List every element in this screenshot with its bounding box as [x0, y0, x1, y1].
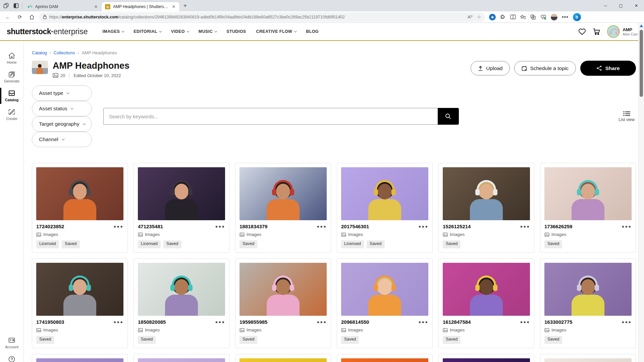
more-options-icon[interactable]: ●●● — [113, 320, 123, 324]
upload-button[interactable]: Upload — [471, 61, 510, 75]
minimize-button[interactable]: ─ — [598, 0, 613, 11]
search-button[interactable] — [438, 108, 459, 125]
more-options-icon[interactable]: ●●● — [317, 320, 327, 324]
scrollbar[interactable] — [638, 23, 644, 362]
copy-add-icon[interactable] — [530, 14, 536, 20]
asset-card[interactable]: 1633002775 ●●● Images Saved — [540, 258, 636, 348]
more-options-icon[interactable]: ●●● — [418, 225, 428, 228]
asset-card[interactable]: 1612847584 ●●● Images Saved — [438, 258, 534, 348]
asset-thumbnail[interactable] — [239, 167, 327, 220]
asset-card[interactable]: 1881834379 ●●● Images Saved — [235, 163, 331, 253]
search-input[interactable] — [103, 108, 438, 125]
asset-card[interactable]: ●●● — [235, 354, 331, 362]
asset-thumbnail[interactable] — [341, 263, 428, 316]
nav-item-video[interactable]: VIDEO — [171, 29, 189, 34]
more-options-icon[interactable]: ●●● — [317, 225, 327, 228]
asset-card[interactable]: 1526125214 ●●● Images Saved — [438, 163, 534, 253]
nav-item-editorial[interactable]: EDITORIAL — [133, 29, 161, 34]
asset-card[interactable]: 1741950803 ●●● Images Saved — [32, 258, 128, 348]
scrollbar-thumb[interactable] — [640, 30, 643, 97]
sidebar-item-account[interactable]: Account — [0, 334, 23, 352]
sidebar-item-help[interactable]: Help — [0, 352, 23, 362]
close-tab-icon[interactable]: ✕ — [93, 4, 99, 9]
asset-card[interactable]: ●●● — [32, 354, 128, 362]
asset-thumbnail[interactable] — [341, 358, 428, 362]
more-options-icon[interactable]: ●●● — [520, 225, 530, 228]
nav-item-creative-flow[interactable]: CREATIVE FLOW — [256, 29, 296, 34]
filter-channel[interactable]: Channel — [32, 132, 92, 147]
asset-thumbnail[interactable] — [544, 263, 632, 316]
account-menu[interactable]: AMP Alex Carr — [607, 25, 638, 38]
asset-thumbnail[interactable] — [138, 167, 225, 220]
more-options-icon[interactable]: ●●● — [215, 225, 225, 228]
asset-card[interactable]: 1959855985 ●●● Images Saved — [235, 258, 331, 348]
asset-thumbnail[interactable] — [36, 167, 123, 220]
asset-thumbnail[interactable] — [443, 167, 530, 220]
extension-icon[interactable]: ◆ — [489, 14, 496, 20]
read-aloud-icon[interactable]: A)) — [468, 14, 472, 19]
asset-thumbnail[interactable] — [36, 263, 123, 316]
restore-button[interactable]: ▢ — [613, 0, 629, 11]
nav-item-music[interactable]: MUSIC — [199, 29, 216, 34]
refresh-icon[interactable]: ⟳ — [15, 12, 25, 22]
filter-asset-type[interactable]: Asset type — [32, 85, 92, 101]
scroll-up-arrow[interactable] — [640, 24, 643, 27]
new-tab-button[interactable]: + — [179, 2, 191, 9]
shutterstock-logo[interactable]: shutterstock·enterprise — [7, 27, 88, 36]
nav-item-blog[interactable]: BLOG — [306, 29, 319, 34]
asset-card[interactable]: 471235481 ●●● Images LicensedSaved — [133, 163, 229, 253]
asset-card[interactable]: 1850820085 ●●● Images Saved — [133, 258, 229, 348]
close-tab-icon[interactable]: ✕ — [171, 4, 177, 9]
more-options-icon[interactable]: ●●● — [113, 225, 123, 228]
asset-thumbnail[interactable] — [443, 358, 530, 362]
sidebar-item-generate[interactable]: Generate — [0, 68, 23, 86]
more-options-icon[interactable]: ●●● — [215, 320, 225, 324]
close-window-button[interactable]: ✕ — [629, 0, 644, 11]
browser-profile-avatar[interactable] — [551, 14, 557, 20]
home-icon[interactable] — [27, 12, 37, 22]
asset-thumbnail[interactable] — [544, 167, 632, 220]
breadcrumb-collections[interactable]: Collections — [54, 50, 75, 55]
asset-thumbnail[interactable] — [138, 358, 225, 362]
asset-thumbnail[interactable] — [341, 167, 428, 220]
more-options-icon[interactable]: ●●● — [520, 320, 530, 324]
url-field[interactable]: https://enterprise.shutterstock.com/cata… — [39, 12, 485, 22]
breadcrumb-catalog[interactable]: Catalog — [32, 50, 47, 55]
asset-thumbnail[interactable] — [239, 263, 327, 316]
more-options-icon[interactable]: ●●● — [622, 225, 632, 228]
sidebar-item-create[interactable]: Create — [0, 105, 23, 124]
nav-item-images[interactable]: IMAGES — [103, 29, 124, 34]
asset-thumbnail[interactable] — [138, 263, 225, 316]
extensions-puzzle-icon[interactable] — [500, 14, 506, 20]
asset-card[interactable]: ●●● — [438, 354, 534, 362]
settings-ellipsis-icon[interactable]: ••• — [562, 14, 569, 20]
asset-card[interactable]: 1724023852 ●●● Images LicensedSaved — [32, 163, 128, 253]
asset-card[interactable]: ●●● — [337, 354, 433, 362]
asset-card[interactable]: 2096814550 ●●● Images Saved — [337, 258, 433, 348]
asset-card[interactable]: ●●● — [540, 354, 636, 362]
filter-asset-status[interactable]: Asset status — [32, 101, 92, 116]
asset-card[interactable]: 2017546301 ●●● Images LicensedSaved — [337, 163, 433, 253]
asset-thumbnail[interactable] — [443, 263, 530, 316]
asset-thumbnail[interactable] — [544, 358, 632, 362]
asset-thumbnail[interactable] — [239, 358, 327, 362]
sidebar-item-home[interactable]: Home — [0, 49, 23, 68]
more-options-icon[interactable]: ●●● — [418, 320, 428, 324]
schedule-topic-button[interactable]: Schedule a topic — [514, 61, 576, 75]
asset-card[interactable]: 1736626259 ●●● Images Saved — [540, 163, 636, 253]
browser-essentials-icon[interactable] — [540, 14, 546, 20]
sidebar-item-catalog[interactable]: Catalog — [0, 86, 23, 105]
nav-item-studios[interactable]: STUDIOS — [226, 29, 246, 34]
collections-icon[interactable] — [520, 14, 526, 20]
favorites-heart-icon[interactable] — [578, 28, 586, 35]
cart-icon[interactable] — [593, 28, 600, 35]
bing-chat-icon[interactable]: b — [573, 13, 581, 21]
asset-thumbnail[interactable] — [36, 358, 123, 362]
list-view-toggle[interactable]: List view — [619, 111, 636, 122]
tab-aprimo-dam[interactable]: Aprimo DAM ✕ — [24, 2, 102, 11]
tab-actions-icon[interactable] — [13, 3, 19, 8]
tab-amp-headphones[interactable]: s AMP Headphones | Shutterstock ✕ — [102, 2, 179, 11]
favorite-star-icon[interactable]: ☆ — [477, 14, 481, 19]
filter-target-geography[interactable]: Target geography — [32, 116, 92, 132]
workspaces-icon[interactable] — [3, 3, 9, 8]
